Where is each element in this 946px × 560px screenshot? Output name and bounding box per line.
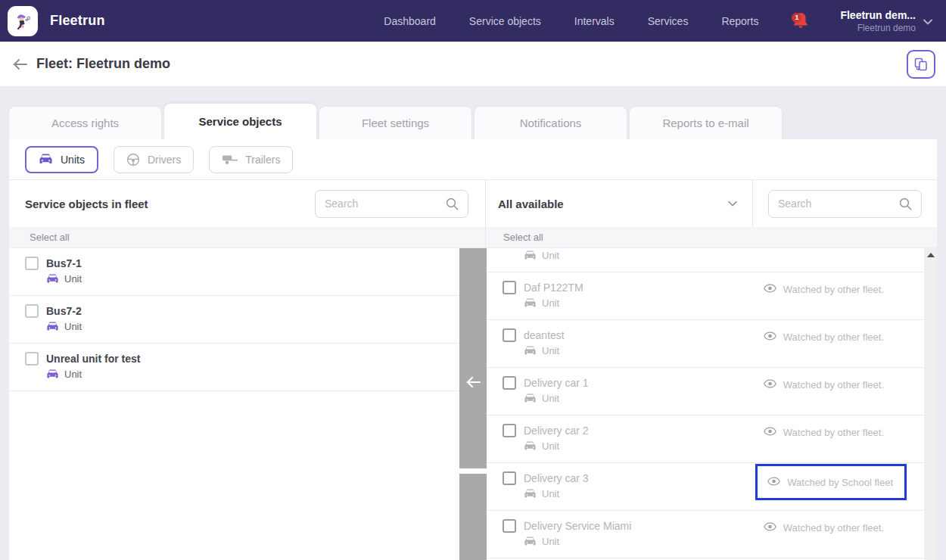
list-item[interactable]: Bus7-2 Unit xyxy=(9,296,485,344)
brand-name: Fleetrun xyxy=(50,13,105,29)
units-button-label: Units xyxy=(61,154,85,166)
nav-item-services[interactable]: Services xyxy=(648,15,689,27)
tab-reports-to-email[interactable]: Reports to e-mail xyxy=(630,107,782,139)
watched-status: Watched by other fleet. xyxy=(764,521,884,534)
checkbox[interactable] xyxy=(503,471,516,485)
right-select-all-label: Select all xyxy=(503,232,543,243)
unit-name: Delivery car 3 xyxy=(524,472,589,484)
list-item[interactable]: Delivery car 1 Unit Watched by other fle… xyxy=(486,368,937,415)
tab-fleet-settings[interactable]: Fleet settings xyxy=(319,107,471,139)
checkbox[interactable] xyxy=(503,328,516,342)
list-item[interactable]: Unit xyxy=(486,248,937,272)
nav-item-intervals[interactable]: Intervals xyxy=(574,15,615,27)
car-icon xyxy=(524,250,537,260)
right-panel-header: All available xyxy=(486,180,937,227)
nav-item-dashboard[interactable]: Dashboard xyxy=(384,15,436,27)
nav-item-service-objects[interactable]: Service objects xyxy=(469,15,541,27)
unit-name: Daf P122TM xyxy=(524,282,583,294)
units-button[interactable]: Units xyxy=(25,146,98,173)
checkbox[interactable] xyxy=(503,281,516,294)
tab-notifications[interactable]: Notifications xyxy=(475,107,627,139)
unit-type-label: Unit xyxy=(542,345,559,356)
checkbox[interactable] xyxy=(25,257,39,270)
right-search-input[interactable] xyxy=(778,198,893,210)
page-title: Fleet: Fleetrun demo xyxy=(36,56,170,72)
unit-type-label: Unit xyxy=(542,536,559,547)
eye-icon xyxy=(764,282,776,296)
user-menu-chevron-down-icon[interactable] xyxy=(923,14,932,28)
watched-status-highlighted: Watched by School fleet xyxy=(755,464,907,500)
left-search-input[interactable] xyxy=(325,198,440,210)
unit-type-label: Unit xyxy=(542,488,559,499)
right-select-all[interactable]: Select all xyxy=(486,227,937,248)
right-unit-list: Unit Daf P122TM Unit Watched by other fl xyxy=(486,248,937,560)
car-icon xyxy=(524,394,537,403)
unit-name: Delivery car 2 xyxy=(524,425,589,437)
left-search-box xyxy=(315,190,468,218)
unit-type-label: Unit xyxy=(542,440,559,452)
nav-item-reports[interactable]: Reports xyxy=(721,15,758,27)
car-icon xyxy=(524,489,537,499)
scroll-up-arrow-icon[interactable] xyxy=(927,253,935,257)
unit-type-label: Unit xyxy=(542,393,559,404)
right-search-box xyxy=(768,190,922,218)
unit-type-label: Unit xyxy=(64,369,82,380)
unit-type-label: Unit xyxy=(64,273,82,285)
drivers-button-label: Drivers xyxy=(148,154,181,166)
chevron-down-icon xyxy=(728,201,737,207)
car-icon xyxy=(524,346,537,356)
back-arrow-icon[interactable] xyxy=(9,54,30,75)
watched-status-text: Watched by other fleet. xyxy=(783,522,884,534)
list-item[interactable]: Delivery car 3 Unit Watched by School fl… xyxy=(486,463,937,511)
unit-name: Unreal unit for test xyxy=(46,353,140,365)
trailers-button[interactable]: Trailers xyxy=(209,146,293,173)
tab-access-rights[interactable]: Access rights xyxy=(9,107,161,139)
list-item[interactable]: Unreal unit for test Unit xyxy=(9,344,485,391)
unit-name: Delivery Service Miami xyxy=(524,520,631,532)
eye-icon xyxy=(764,521,776,534)
drivers-button[interactable]: Drivers xyxy=(114,146,194,173)
splitter-gap xyxy=(459,468,487,474)
left-unit-list: Bus7-1 Unit Bus7-2 Unit xyxy=(9,248,485,560)
right-list-scrollbar[interactable] xyxy=(924,248,937,560)
unit-name: deantest xyxy=(524,329,565,341)
availability-filter-dropdown[interactable]: All available xyxy=(486,180,753,227)
checkbox[interactable] xyxy=(25,304,39,318)
checkbox[interactable] xyxy=(503,424,516,437)
search-icon xyxy=(899,198,912,210)
list-item[interactable]: deantest Unit Watched by other fleet. xyxy=(486,320,937,368)
left-select-all[interactable]: Select all xyxy=(9,227,485,248)
list-item[interactable]: Daf P122TM Unit Watched by other fleet. xyxy=(486,272,937,320)
checkbox[interactable] xyxy=(503,376,516,390)
car-icon xyxy=(524,298,537,308)
user-menu[interactable]: Fleetrun dem... Fleetrun demo xyxy=(840,9,916,33)
checkbox[interactable] xyxy=(503,519,516,533)
list-item[interactable]: Delivery car 2 Unit Watched by other fle… xyxy=(486,415,937,463)
tab-service-objects[interactable]: Service objects xyxy=(164,104,316,139)
unit-name: Bus7-1 xyxy=(46,257,82,269)
copy-fleet-button[interactable] xyxy=(907,50,935,79)
panel-splitter[interactable] xyxy=(459,248,487,560)
user-fleet-name: Fleetrun demo xyxy=(840,23,916,33)
trailers-button-label: Trailers xyxy=(245,154,280,166)
move-left-arrow-icon[interactable] xyxy=(465,376,481,388)
availability-filter-value: All available xyxy=(498,198,564,210)
unit-type-label: Unit xyxy=(542,250,559,261)
unit-name: Bus7-2 xyxy=(46,305,82,317)
notifications-bell-icon[interactable]: 1 xyxy=(792,11,811,31)
watched-status-text: Watched by other fleet. xyxy=(783,284,884,295)
unit-type-label: Unit xyxy=(64,321,82,332)
watched-status-text: Watched by School fleet xyxy=(787,477,893,488)
service-objects-card: Units Drivers Trailers xyxy=(9,139,937,560)
car-icon xyxy=(39,154,53,165)
car-icon xyxy=(46,322,59,331)
checkbox[interactable] xyxy=(25,352,39,366)
list-item[interactable]: Bus7-1 Unit xyxy=(9,248,485,296)
fleetrun-logo-icon[interactable] xyxy=(8,6,38,36)
user-name: Fleetrun dem... xyxy=(840,9,916,21)
car-icon xyxy=(46,274,59,284)
transfer-panels: Service objects in fleet Select all Bus7… xyxy=(9,180,937,560)
list-item[interactable]: Delivery Service Miami Unit Watched by o… xyxy=(486,511,937,558)
watched-status-text: Watched by other fleet. xyxy=(783,379,884,390)
unit-name: Delivery car 1 xyxy=(524,377,589,389)
